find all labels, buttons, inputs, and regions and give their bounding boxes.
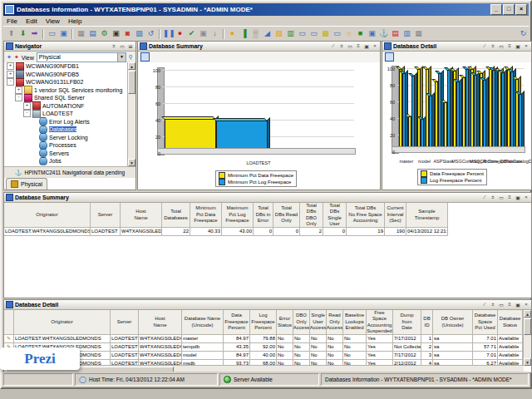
table-row[interactable]: ✎LOADTEST.W4TXANGS0LEDMONDSLOADTESTW4TXA… — [4, 343, 524, 352]
edit-icon[interactable]: ∕ — [481, 302, 488, 308]
bar-log[interactable] — [466, 69, 469, 152]
column-header[interactable]: Database Name (Unicode) — [182, 310, 224, 335]
toolbar-icon-forward[interactable]: ➡ — [29, 28, 40, 39]
expand-toggle[interactable]: + — [7, 71, 14, 78]
pin-icon[interactable]: ± — [111, 43, 117, 49]
toolbar-icon-down[interactable]: ⬇ — [17, 28, 28, 39]
column-header[interactable]: Data Freespace Percent — [224, 310, 250, 335]
scroll-thumb[interactable] — [524, 318, 531, 335]
save-icon[interactable] — [385, 52, 394, 62]
toolbar-icon-apply[interactable]: ✔ — [186, 28, 197, 39]
toolbar-icon-anchor[interactable]: ⚓ — [378, 28, 389, 39]
column-header[interactable]: Dump from Date — [393, 310, 421, 335]
menu-icon[interactable]: ≡ — [506, 302, 513, 308]
bar-log[interactable] — [492, 70, 495, 152]
tree-item-automationf[interactable]: +AUTOMATIONF — [4, 102, 135, 111]
toolbar-icon-gray-block[interactable]: ▦ — [413, 28, 424, 39]
bar-log[interactable] — [411, 76, 415, 152]
tree-item-wcwang90nfdb5[interactable]: +WCWANG90NFDB5 — [4, 71, 135, 79]
tree-item-loadtest[interactable]: -LOADTEST — [4, 110, 135, 118]
restore-icon[interactable]: ▭ — [498, 195, 505, 200]
tree-item-processes[interactable]: Processes — [4, 141, 135, 150]
toolbar-icon-up[interactable]: ⬆ — [6, 28, 17, 39]
tree-item-server-locking[interactable]: Server Locking — [4, 134, 135, 142]
column-header[interactable]: Database Space Pct Used — [473, 310, 498, 335]
menu-edit[interactable]: Edit — [26, 17, 37, 25]
table-row[interactable]: ✎LOADTEST.W4TXANGS0LEDMONDSLOADTESTW4TXA… — [4, 335, 524, 343]
column-header[interactable]: Total DBs Single User — [323, 203, 347, 228]
toolbar-icon-orange-ball[interactable]: ● — [227, 28, 238, 39]
toolbar-icon-frame2[interactable]: ▭ — [308, 28, 319, 39]
column-header[interactable]: Total DBs Read Only — [273, 203, 300, 228]
tree-item-wcwang90nfdb1[interactable]: +WCWANG90NFDB1 — [4, 62, 135, 71]
menu-file[interactable]: File — [7, 17, 17, 25]
toolbar-icon-record[interactable]: ● — [175, 28, 185, 39]
pin-icon[interactable]: ± — [490, 302, 496, 308]
maximize-button[interactable]: □ — [503, 4, 515, 15]
close-icon[interactable]: × — [372, 43, 378, 49]
column-header[interactable]: Server — [111, 310, 139, 335]
expand-toggle[interactable]: + — [15, 86, 22, 94]
toolbar-icon-blue-block[interactable]: ▣ — [367, 28, 377, 39]
toolbar-icon-frame1[interactable]: ▭ — [297, 28, 308, 39]
column-header[interactable]: Single User Access — [310, 310, 327, 335]
toolbar-icon-table[interactable]: ▥ — [285, 28, 296, 39]
toolbar-icon-report[interactable]: ▤ — [87, 28, 98, 39]
column-header[interactable]: Free Space Accounting Suspended — [367, 310, 393, 335]
search-icon[interactable]: ⚲ — [129, 54, 133, 61]
menu-view[interactable]: View — [46, 17, 60, 25]
toolbar-icon-locks[interactable]: ▩ — [320, 28, 331, 39]
toolbar-icon-bars[interactable]: ▐ — [239, 28, 249, 39]
scroll-down-icon[interactable]: ▼ — [524, 358, 531, 366]
menu-help[interactable]: Help — [68, 17, 81, 25]
column-header[interactable]: Current Interval (Sec) — [385, 203, 406, 228]
column-header[interactable]: Minimum Pct Data Freespace — [190, 203, 222, 228]
column-header[interactable]: DB ID — [421, 310, 433, 335]
maximize-icon[interactable]: ▣ — [515, 195, 521, 200]
menu-icon[interactable]: ≡ — [506, 43, 513, 49]
menu-icon[interactable]: ≡ — [506, 195, 513, 200]
bar-log[interactable] — [447, 70, 451, 152]
menu-icon[interactable]: ≡ — [355, 43, 362, 49]
restore-icon[interactable]: ▭ — [498, 302, 505, 308]
toolbar-icon-chart[interactable]: ◢ — [262, 28, 273, 39]
tree-scrollbar[interactable]: ▲ ▼ — [127, 62, 135, 166]
pin-icon[interactable]: ± — [490, 43, 496, 49]
tree-item-wcwang9131lfb02[interactable]: -WCWANG9131LFB02 — [4, 78, 135, 86]
column-header[interactable]: Originator — [4, 203, 91, 228]
column-header[interactable]: Error Status — [277, 310, 293, 335]
column-header[interactable]: Maximum Pct Log Freespace — [222, 203, 254, 228]
scroll-up-icon[interactable]: ▲ — [128, 62, 135, 70]
restore-icon[interactable]: ▭ — [347, 43, 353, 49]
tree-item-servers[interactable]: Servers — [4, 150, 135, 158]
column-header[interactable]: Database Status — [498, 310, 523, 335]
save-icon[interactable] — [140, 52, 150, 62]
toolbar-icon-green-block[interactable]: ■ — [355, 28, 366, 39]
column-header[interactable]: DB Owner (Unicode) — [433, 310, 473, 335]
column-header[interactable]: Total Databases — [162, 203, 190, 228]
table-row[interactable]: LOADTEST.W4TXANGS0LEDMONDSLOADTESTW4TXAN… — [4, 228, 531, 236]
toolbar-icon-grid[interactable]: ▦ — [76, 28, 86, 39]
column-header[interactable]: DBO Only Access — [293, 310, 310, 335]
edit-icon[interactable]: ∕ — [330, 43, 337, 49]
column-header[interactable]: Sample Timestamp — [406, 203, 448, 228]
bar-log[interactable] — [456, 81, 460, 152]
restore-icon[interactable]: ▭ — [498, 43, 505, 49]
tree-item-jobs[interactable]: Jobs — [4, 157, 135, 165]
toolbar-icon-panel[interactable]: ▨ — [134, 28, 145, 39]
toolbar-icon-undo[interactable]: ↺ — [145, 28, 156, 39]
expand-toggle[interactable]: - — [15, 94, 22, 101]
column-header[interactable]: Host Name — [139, 310, 182, 335]
column-header[interactable]: Log Freespace Percent — [250, 310, 277, 335]
column-header[interactable] — [4, 310, 14, 335]
toolbar-icon-frame3[interactable]: ▭ — [332, 28, 342, 39]
close-icon[interactable]: × — [523, 302, 530, 308]
scroll-thumb[interactable] — [128, 71, 135, 94]
toolbar-icon-pause[interactable]: ❚❚ — [163, 28, 174, 39]
close-icon[interactable]: × — [523, 43, 530, 49]
column-header[interactable]: Total DBs DBO Only — [300, 203, 323, 228]
table-row[interactable]: ✎LOADTEST.W4TXANGS0LEDMONDSLOADTESTW4TXA… — [4, 352, 524, 360]
expand-toggle[interactable]: + — [7, 62, 14, 70]
column-header[interactable]: Total DBs in Error — [254, 203, 273, 228]
maximize-icon[interactable]: ▣ — [515, 302, 521, 308]
